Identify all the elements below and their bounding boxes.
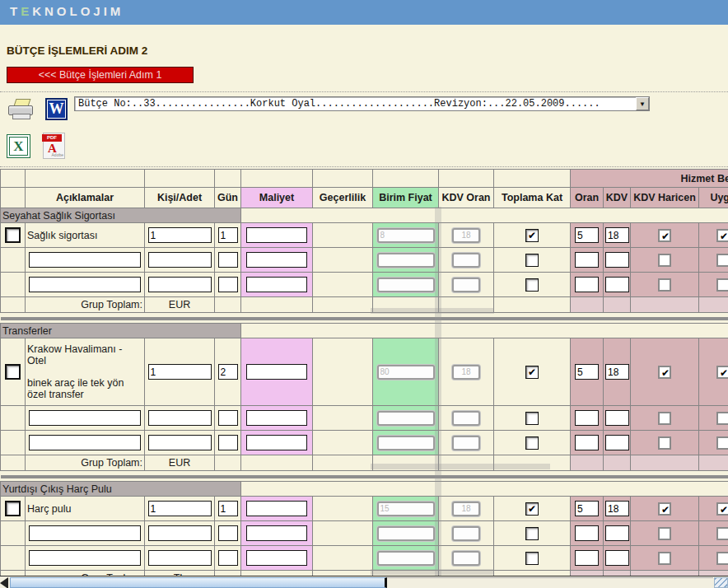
- description-input[interactable]: [29, 435, 141, 450]
- oran-input[interactable]: [575, 277, 599, 292]
- oran-input[interactable]: [575, 252, 599, 268]
- row-select-checkbox[interactable]: [5, 501, 21, 516]
- horizontal-scrollbar[interactable]: [0, 576, 728, 588]
- printer-icon[interactable]: [8, 99, 35, 121]
- birim-fiyat-input[interactable]: [377, 411, 435, 426]
- uygula-checkbox[interactable]: [716, 254, 728, 267]
- kisi-adet-input[interactable]: [148, 410, 212, 426]
- budget-select[interactable]: Bütçe No:..33................Korkut Oyal…: [74, 96, 650, 111]
- kdv-haricen-checkbox[interactable]: [658, 366, 671, 379]
- birim-fiyat-input[interactable]: [377, 502, 435, 516]
- gun-input[interactable]: [218, 277, 238, 292]
- uygula-checkbox[interactable]: [716, 366, 728, 379]
- uygula-checkbox[interactable]: [716, 229, 728, 242]
- kisi-adet-input[interactable]: [148, 550, 212, 566]
- gun-input[interactable]: [218, 550, 238, 566]
- scrollbar-thumb[interactable]: [10, 577, 387, 588]
- description-input[interactable]: [29, 252, 141, 268]
- toplama-kat-checkbox[interactable]: [525, 552, 539, 565]
- kdv-oran-input[interactable]: [452, 526, 480, 541]
- kisi-adet-input[interactable]: [148, 252, 212, 268]
- oran-input[interactable]: [575, 364, 599, 380]
- birim-fiyat-input[interactable]: [377, 526, 435, 541]
- kdv-haricen-checkbox[interactable]: [658, 527, 671, 540]
- gun-input[interactable]: [218, 364, 238, 380]
- kdv-oran-input[interactable]: [452, 278, 480, 292]
- kdv-input[interactable]: [605, 550, 629, 566]
- description-input[interactable]: [29, 410, 141, 426]
- kdv-input[interactable]: [605, 227, 629, 243]
- dropdown-arrow-icon[interactable]: ▼: [636, 97, 649, 110]
- toplama-kat-checkbox[interactable]: [525, 278, 539, 292]
- oran-input[interactable]: [575, 550, 599, 566]
- gun-input[interactable]: [218, 252, 238, 268]
- kdv-oran-input[interactable]: [452, 411, 480, 426]
- toplama-kat-checkbox[interactable]: [525, 229, 539, 242]
- row-select-checkbox[interactable]: [5, 227, 21, 243]
- description-input[interactable]: [29, 525, 141, 541]
- birim-fiyat-input[interactable]: [377, 551, 435, 566]
- uygula-checkbox[interactable]: [716, 436, 728, 450]
- toplama-kat-checkbox[interactable]: [525, 412, 539, 425]
- maliyet-input[interactable]: [246, 410, 307, 426]
- oran-input[interactable]: [575, 501, 599, 516]
- pdf-export-icon[interactable]: PDF A Adobe: [43, 133, 65, 159]
- maliyet-input[interactable]: [246, 227, 307, 243]
- kdv-haricen-checkbox[interactable]: [658, 254, 671, 267]
- back-to-step1-button[interactable]: <<< Bütçe İşlemleri Adım 1: [7, 67, 194, 83]
- gun-input[interactable]: [218, 501, 238, 516]
- birim-fiyat-input[interactable]: [377, 253, 435, 268]
- uygula-checkbox[interactable]: [716, 527, 728, 540]
- kisi-adet-input[interactable]: [148, 364, 212, 380]
- uygula-checkbox[interactable]: [716, 502, 728, 516]
- maliyet-input[interactable]: [246, 252, 307, 268]
- scrollbar-left-arrow-icon[interactable]: [0, 577, 8, 588]
- kdv-haricen-checkbox[interactable]: [658, 502, 671, 516]
- kdv-haricen-checkbox[interactable]: [658, 436, 671, 450]
- description-input[interactable]: [29, 277, 141, 292]
- birim-fiyat-input[interactable]: [377, 228, 435, 243]
- uygula-checkbox[interactable]: [716, 412, 728, 425]
- kisi-adet-input[interactable]: [148, 227, 212, 243]
- word-export-icon[interactable]: W: [45, 98, 68, 120]
- kdv-input[interactable]: [605, 410, 629, 426]
- kdv-input[interactable]: [605, 252, 629, 268]
- toplama-kat-checkbox[interactable]: [525, 527, 539, 540]
- kdv-input[interactable]: [605, 435, 629, 450]
- uygula-checkbox[interactable]: [716, 278, 728, 292]
- kdv-oran-input[interactable]: [452, 228, 480, 243]
- maliyet-input[interactable]: [246, 435, 307, 450]
- birim-fiyat-input[interactable]: [377, 278, 435, 292]
- oran-input[interactable]: [575, 227, 599, 243]
- kisi-adet-input[interactable]: [148, 277, 212, 292]
- gun-input[interactable]: [218, 435, 238, 450]
- excel-export-icon[interactable]: X: [7, 134, 30, 158]
- maliyet-input[interactable]: [246, 550, 307, 566]
- toplama-kat-checkbox[interactable]: [525, 366, 539, 379]
- kdv-oran-input[interactable]: [452, 253, 480, 268]
- kisi-adet-input[interactable]: [148, 501, 212, 516]
- maliyet-input[interactable]: [246, 277, 307, 292]
- birim-fiyat-input[interactable]: [377, 365, 435, 380]
- kdv-haricen-checkbox[interactable]: [658, 552, 671, 565]
- oran-input[interactable]: [575, 435, 599, 450]
- oran-input[interactable]: [575, 525, 599, 541]
- kisi-adet-input[interactable]: [148, 525, 212, 541]
- kdv-oran-input[interactable]: [452, 365, 480, 380]
- kdv-oran-input[interactable]: [452, 551, 480, 566]
- gun-input[interactable]: [218, 227, 238, 243]
- kisi-adet-input[interactable]: [148, 435, 212, 450]
- maliyet-input[interactable]: [246, 525, 307, 541]
- kdv-oran-input[interactable]: [452, 502, 480, 516]
- description-input[interactable]: [29, 550, 141, 566]
- kdv-input[interactable]: [605, 501, 629, 516]
- resize-grip-icon[interactable]: [714, 577, 728, 588]
- kdv-oran-input[interactable]: [452, 436, 480, 450]
- toplama-kat-checkbox[interactable]: [525, 436, 539, 450]
- scrollbar-track[interactable]: [387, 577, 713, 588]
- kdv-haricen-checkbox[interactable]: [658, 278, 671, 292]
- uygula-checkbox[interactable]: [716, 552, 728, 565]
- oran-input[interactable]: [575, 410, 599, 426]
- maliyet-input[interactable]: [246, 501, 307, 516]
- kdv-haricen-checkbox[interactable]: [658, 412, 671, 425]
